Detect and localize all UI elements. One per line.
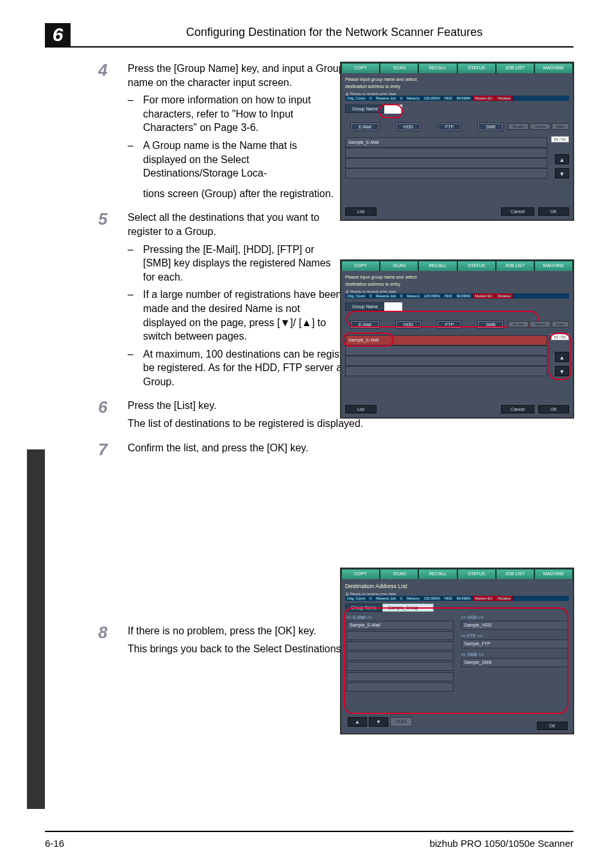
shot3-tab-5[interactable]: MACHINE (534, 569, 573, 579)
step-4-bullet-1: For more information on how to input cha… (128, 93, 333, 135)
shot3-up-arrow[interactable]: ▲ (348, 717, 367, 727)
step-6-number: 6 (98, 396, 107, 419)
dest-tab-smb[interactable]: SMB (477, 123, 504, 131)
entry-empty-1[interactable] (345, 148, 547, 158)
page-up-arrow[interactable]: ▲ (555, 154, 569, 164)
shot1-right-filters: No.etc Others Daily (508, 123, 569, 130)
shot2-tab-1[interactable]: SCAN (380, 261, 418, 271)
shot2-prompt2: destination address to entry (345, 282, 569, 287)
highlight-ring-list (344, 607, 568, 714)
shot3-down-arrow[interactable]: ▼ (369, 717, 388, 727)
group-name-button-2[interactable]: Group Name (345, 302, 385, 311)
header-rule (45, 46, 574, 48)
shot3-tab-4[interactable]: JOB LIST (496, 569, 534, 579)
chapter-number: 6 (53, 24, 64, 46)
footer-product: bizhub PRO 1050/1050e Scanner (430, 838, 574, 849)
filter-daily[interactable]: Daily (552, 123, 569, 130)
shot3-tabs: COPY SCAN RECALL STATUS JOB LIST MACHINE (341, 569, 573, 579)
page-down-arrow[interactable]: ▼ (555, 168, 569, 178)
shot2-group-row: Group Name (345, 302, 569, 311)
shot3-nav: ▲ ▼ 01/01 (348, 717, 412, 727)
shot3-header: Destination Address List (345, 583, 569, 590)
list-button-2[interactable]: List (345, 405, 377, 413)
dest-tab-ftp[interactable]: FTP (437, 123, 462, 131)
shot3-counter: 01/01 (390, 717, 413, 727)
ok-button-2[interactable]: OK (538, 405, 569, 413)
screenshot-destination-list: COPY SCAN RECALL STATUS JOB LIST MACHINE… (340, 568, 574, 734)
shot3-statusline: Orig. Count0 Reserve Job0 Memory100.000%… (345, 596, 569, 601)
shot1-panel: Please input group name and select desti… (341, 73, 573, 220)
ok-button[interactable]: OK (538, 207, 569, 216)
page-counter: 01 / 01 (551, 136, 569, 143)
shot2-tab-4[interactable]: JOB LIST (496, 261, 534, 271)
dest-tab-hdd[interactable]: HDD (395, 123, 421, 131)
shot1-tab-4[interactable]: JOB LIST (496, 63, 534, 73)
shot2-bottom-bar: List Cancel OK (345, 405, 569, 413)
group-name-field-2[interactable] (384, 302, 402, 311)
shot2-right-filters: No.etc Others Daily (508, 321, 569, 327)
step-4-number: 4 (98, 59, 107, 82)
highlight-ring-arrows (548, 333, 572, 380)
highlight-ring-group (378, 104, 403, 118)
shot1-bottom-bar: List Cancel OK (345, 207, 569, 216)
chapter-badge: 6 (45, 23, 71, 46)
shot1-group-row: Group Name (345, 105, 569, 114)
shot1-prompt1: Please input group name and select (345, 77, 569, 82)
shot2-prompt1: Please input group name and select (345, 275, 569, 280)
step-8-number: 8 (98, 621, 107, 644)
filter-others[interactable]: Others (530, 123, 550, 130)
shot1-tab-1[interactable]: SCAN (380, 63, 418, 73)
shot1-tab-5[interactable]: MACHINE (534, 63, 573, 73)
shot1-list-area: Sample_E-Mail (345, 137, 547, 199)
entry-empty-2[interactable] (345, 158, 547, 168)
highlight-ring-entry (343, 333, 394, 347)
entry-empty-3[interactable] (345, 168, 547, 178)
shot3-tab-1[interactable]: SCAN (380, 569, 418, 579)
side-tab: Chapter 6 Configuring Destination for th… (27, 449, 45, 809)
shot2-tab-5[interactable]: MACHINE (534, 261, 573, 271)
ok-button-3[interactable]: OK (537, 722, 568, 730)
list-button[interactable]: List (345, 207, 377, 216)
step-7-text: Confirm the list, and press the [OK] key… (128, 441, 349, 455)
entry-sample-email[interactable]: Sample_E-Mail (345, 137, 547, 148)
shot2-list-area: Sample_E-Mail (345, 335, 547, 397)
shot2-statusline: Orig. Count0 Reserve Job0 Memory100.000%… (345, 293, 569, 299)
step-5-number: 5 (98, 208, 107, 230)
step-6-followup: The list of destinations to be registere… (128, 417, 577, 431)
step-4-bullet-2: A Group name is the Name that is display… (128, 139, 333, 180)
shot2-tab-3[interactable]: STATUS (457, 261, 496, 271)
shot3-tab-0[interactable]: COPY (341, 569, 380, 579)
step-5-bullet-1: Pressing the [E-Mail], [HDD], [FTP] or [… (128, 243, 343, 284)
shot1-tabs: COPY SCAN RECALL STATUS JOB LIST MACHINE (341, 63, 573, 73)
header-title: Configuring Destination for the Network … (186, 26, 482, 39)
footer-rule (45, 831, 574, 832)
shot3-tab-3[interactable]: STATUS (457, 569, 496, 579)
shot1-tab-0[interactable]: COPY (341, 63, 380, 73)
screenshot-group-name: COPY SCAN RECALL STATUS JOB LIST MACHINE… (340, 62, 574, 221)
dest-tab-email[interactable]: E-Mail (350, 123, 380, 131)
step-5-text: Select all the destinations that you wan… (128, 211, 349, 238)
filter-noetc[interactable]: No.etc (508, 123, 528, 130)
step-7: 7 Confirm the list, and press the [OK] k… (99, 441, 574, 455)
shot2-panel: Please input group name and select desti… (341, 271, 573, 417)
shot2-tabs: COPY SCAN RECALL STATUS JOB LIST MACHINE (341, 261, 573, 271)
cancel-button[interactable]: Cancel (501, 207, 534, 216)
shot3-ok-wrap: OK (537, 724, 568, 728)
step-5-bullet-2: If a large number of registrations have … (128, 288, 343, 343)
cancel-button-2[interactable]: Cancel (501, 405, 534, 413)
shot3-tab-2[interactable]: RECALL (418, 569, 457, 579)
shot1-tab-3[interactable]: STATUS (457, 63, 496, 73)
shot2-tab-0[interactable]: COPY (341, 261, 380, 271)
shot1-statusline: Orig. Count0 Reserve Job0 Memory100.000%… (345, 96, 569, 101)
footer-page-number: 6-16 (45, 838, 64, 849)
step-7-number: 7 (98, 438, 107, 461)
shot3-panel: Destination Address List 🖨 Ready to rece… (341, 579, 573, 733)
step-4-text: Press the [Group Name] key, and input a … (128, 62, 349, 89)
shot1-prompt2: destination address to entry (345, 84, 569, 89)
screenshot-select-destinations: COPY SCAN RECALL STATUS JOB LIST MACHINE… (340, 259, 574, 419)
shot2-tab-2[interactable]: RECALL (418, 261, 457, 271)
shot1-tab-2[interactable]: RECALL (418, 63, 457, 73)
